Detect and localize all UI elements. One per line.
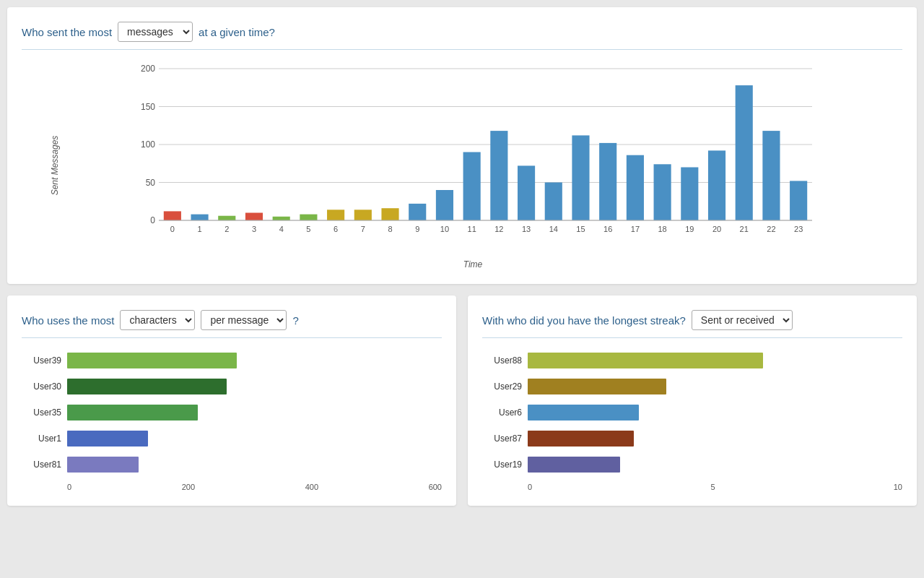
svg-text:8: 8 <box>388 225 392 233</box>
bar-label: User19 <box>482 460 522 470</box>
svg-rect-44 <box>627 155 644 220</box>
svg-text:150: 150 <box>141 102 155 112</box>
list-item: User30 <box>22 379 442 394</box>
bar-fill <box>67 353 237 368</box>
bottom-left-suffix: ? <box>292 314 298 327</box>
x-axis-labels: 0200400600 <box>67 483 442 491</box>
svg-rect-36 <box>518 165 535 220</box>
bar-label: User1 <box>22 434 61 444</box>
svg-rect-26 <box>381 208 398 220</box>
svg-text:17: 17 <box>631 225 640 233</box>
list-item: User19 <box>482 457 902 473</box>
list-item: User81 <box>22 457 442 473</box>
svg-text:2: 2 <box>225 225 229 233</box>
svg-text:18: 18 <box>658 225 666 233</box>
bottom-left-divider <box>22 337 442 338</box>
bar-fill <box>67 457 139 473</box>
bar-fill <box>528 353 763 368</box>
svg-rect-46 <box>654 164 671 220</box>
svg-text:21: 21 <box>740 225 749 233</box>
top-bar-chart: 0501001502000123456789101112131415161718… <box>58 61 888 256</box>
top-question-prefix: Who sent the most <box>22 26 112 38</box>
bar-label: User30 <box>22 381 61 392</box>
bar-fill <box>528 457 620 473</box>
svg-text:0: 0 <box>170 225 175 233</box>
list-item: User29 <box>482 379 902 394</box>
bar-track <box>67 353 442 368</box>
bar-label: User29 <box>482 381 522 392</box>
bar-track <box>67 379 442 394</box>
bottom-left-dropdown2[interactable]: per messagetotal <box>201 310 287 330</box>
top-question-suffix: at a given time? <box>199 26 275 38</box>
bottom-left-bar-chart: User39User30User35User1User810200400600 <box>22 353 442 491</box>
svg-text:23: 23 <box>794 225 803 233</box>
bar-fill <box>528 431 634 447</box>
list-item: User87 <box>482 431 902 447</box>
svg-rect-20 <box>300 215 317 220</box>
svg-rect-24 <box>354 210 372 220</box>
top-chart-dropdown[interactable]: messagescharacterswords <box>118 22 193 42</box>
bar-track <box>528 353 902 368</box>
svg-rect-48 <box>681 168 698 221</box>
bottom-left-dropdown1[interactable]: characterswordsmessages <box>120 310 195 330</box>
svg-rect-42 <box>599 143 616 220</box>
bar-label: User87 <box>482 434 522 444</box>
bottom-right-dropdown[interactable]: Sent or receivedSentReceived <box>692 310 793 330</box>
svg-text:14: 14 <box>549 225 558 233</box>
bottom-left-prefix: Who uses the most <box>22 314 114 327</box>
svg-text:9: 9 <box>415 225 419 233</box>
bottom-right-divider <box>482 337 902 338</box>
bar-label: User39 <box>22 355 61 366</box>
bottom-left-header: Who uses the most characterswordsmessage… <box>22 310 442 330</box>
bar-track <box>528 457 902 473</box>
bar-track <box>67 431 442 447</box>
svg-text:200: 200 <box>141 64 155 74</box>
bottom-right-prefix: With who did you have the longest streak… <box>482 314 686 327</box>
svg-text:5: 5 <box>306 225 310 233</box>
svg-rect-10 <box>164 211 181 220</box>
svg-rect-22 <box>327 210 344 220</box>
bar-fill <box>67 379 227 394</box>
svg-text:7: 7 <box>361 225 365 233</box>
svg-text:0: 0 <box>150 215 155 225</box>
svg-rect-38 <box>545 183 562 221</box>
svg-text:1: 1 <box>198 225 202 233</box>
bar-label: User6 <box>482 407 522 418</box>
bar-fill <box>528 379 666 394</box>
svg-rect-56 <box>790 181 807 220</box>
svg-rect-16 <box>245 213 263 221</box>
bottom-right-header: With who did you have the longest streak… <box>482 310 902 330</box>
svg-rect-54 <box>762 131 780 220</box>
list-item: User88 <box>482 353 902 368</box>
bottom-right-card: With who did you have the longest streak… <box>468 296 917 506</box>
top-chart-header: Who sent the most messagescharactersword… <box>22 22 902 42</box>
svg-rect-30 <box>436 190 453 220</box>
svg-rect-32 <box>463 152 481 221</box>
svg-text:10: 10 <box>440 225 449 233</box>
svg-rect-28 <box>409 204 426 220</box>
list-item: User6 <box>482 405 902 420</box>
bottom-left-card: Who uses the most characterswordsmessage… <box>7 296 456 506</box>
svg-text:11: 11 <box>468 225 476 233</box>
bar-fill <box>67 431 148 447</box>
bar-label: User88 <box>482 355 522 366</box>
list-item: User35 <box>22 405 442 420</box>
bottom-row: Who uses the most characterswordsmessage… <box>7 296 917 506</box>
bar-label: User35 <box>22 407 61 418</box>
svg-text:22: 22 <box>767 225 775 233</box>
bar-track <box>528 431 902 447</box>
bar-track <box>528 379 902 394</box>
svg-text:19: 19 <box>685 225 694 233</box>
bar-label: User81 <box>22 460 61 470</box>
bar-fill <box>528 405 639 420</box>
top-divider <box>22 49 902 50</box>
x-axis-label: Time <box>58 259 888 269</box>
svg-rect-40 <box>572 135 589 220</box>
svg-text:13: 13 <box>522 225 531 233</box>
bottom-right-bar-chart: User88User29User6User87User190510 <box>482 353 902 491</box>
bar-track <box>67 457 442 473</box>
svg-rect-34 <box>490 131 507 220</box>
svg-rect-50 <box>708 150 725 220</box>
svg-text:100: 100 <box>141 139 155 150</box>
svg-text:3: 3 <box>252 225 256 233</box>
